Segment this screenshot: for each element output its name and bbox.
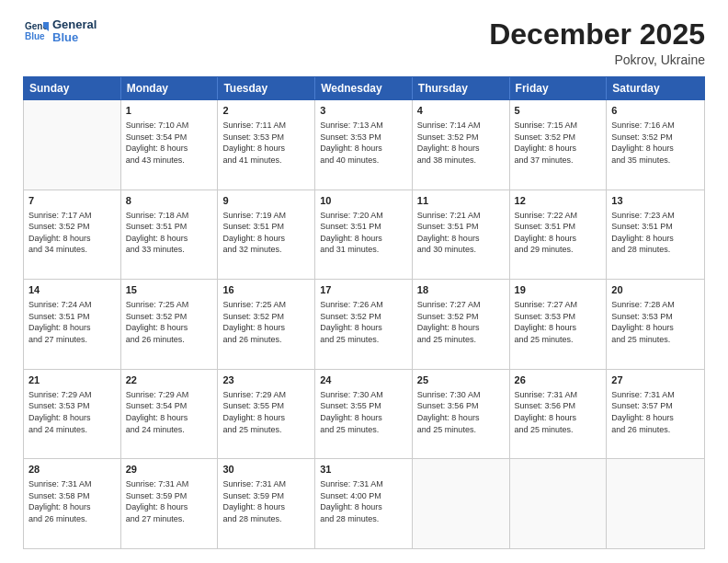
title-block: December 2025 Pokrov, Ukraine — [489, 18, 705, 67]
cell-info: Sunrise: 7:30 AMSunset: 3:56 PMDaylight:… — [417, 389, 505, 435]
cell-info: Sunrise: 7:23 AMSunset: 3:51 PMDaylight:… — [611, 210, 700, 256]
day-number: 30 — [222, 463, 310, 477]
day-number: 1 — [126, 104, 213, 118]
cell-info: Sunrise: 7:31 AMSunset: 3:58 PMDaylight:… — [28, 478, 116, 524]
cell-info: Sunrise: 7:10 AMSunset: 3:54 PMDaylight:… — [126, 120, 213, 166]
calendar-row: 7Sunrise: 7:17 AMSunset: 3:52 PMDaylight… — [24, 190, 704, 281]
cell-info: Sunrise: 7:25 AMSunset: 3:52 PMDaylight:… — [222, 299, 310, 345]
calendar-cell: 20Sunrise: 7:28 AMSunset: 3:53 PMDayligh… — [607, 280, 704, 369]
day-number: 20 — [611, 283, 700, 297]
cell-info: Sunrise: 7:28 AMSunset: 3:53 PMDaylight:… — [611, 299, 700, 345]
calendar-cell — [24, 100, 121, 190]
day-number: 29 — [126, 463, 213, 477]
calendar-row: 1Sunrise: 7:10 AMSunset: 3:54 PMDaylight… — [24, 100, 704, 190]
cell-info: Sunrise: 7:26 AMSunset: 3:52 PMDaylight:… — [320, 299, 407, 345]
cell-info: Sunrise: 7:24 AMSunset: 3:51 PMDaylight:… — [28, 299, 116, 345]
weekday-header: Thursday — [413, 77, 510, 99]
cell-info: Sunrise: 7:13 AMSunset: 3:53 PMDaylight:… — [320, 120, 407, 166]
cell-info: Sunrise: 7:31 AMSunset: 3:56 PMDaylight:… — [515, 389, 602, 435]
calendar-cell: 10Sunrise: 7:20 AMSunset: 3:51 PMDayligh… — [315, 190, 413, 280]
calendar-cell: 14Sunrise: 7:24 AMSunset: 3:51 PMDayligh… — [24, 280, 121, 369]
day-number: 7 — [28, 194, 116, 208]
day-number: 11 — [417, 194, 505, 208]
calendar-cell: 30Sunrise: 7:31 AMSunset: 3:59 PMDayligh… — [218, 459, 315, 548]
cell-info: Sunrise: 7:25 AMSunset: 3:52 PMDaylight:… — [126, 299, 213, 345]
cell-info: Sunrise: 7:17 AMSunset: 3:52 PMDaylight:… — [28, 210, 116, 256]
calendar-cell: 18Sunrise: 7:27 AMSunset: 3:52 PMDayligh… — [413, 280, 510, 369]
location: Pokrov, Ukraine — [489, 52, 705, 67]
day-number: 28 — [28, 463, 116, 477]
calendar-cell: 29Sunrise: 7:31 AMSunset: 3:59 PMDayligh… — [121, 459, 219, 548]
calendar-cell: 28Sunrise: 7:31 AMSunset: 3:58 PMDayligh… — [24, 459, 121, 548]
calendar-cell: 2Sunrise: 7:11 AMSunset: 3:53 PMDaylight… — [218, 100, 315, 190]
cell-info: Sunrise: 7:29 AMSunset: 3:54 PMDaylight:… — [126, 389, 213, 435]
calendar-cell — [607, 459, 704, 548]
calendar-row: 21Sunrise: 7:29 AMSunset: 3:53 PMDayligh… — [24, 370, 704, 460]
cell-info: Sunrise: 7:16 AMSunset: 3:52 PMDaylight:… — [611, 120, 700, 166]
cell-info: Sunrise: 7:22 AMSunset: 3:51 PMDaylight:… — [515, 210, 602, 256]
calendar-cell: 19Sunrise: 7:27 AMSunset: 3:53 PMDayligh… — [510, 280, 608, 369]
day-number: 18 — [417, 283, 505, 297]
day-number: 10 — [320, 194, 407, 208]
cell-info: Sunrise: 7:19 AMSunset: 3:51 PMDaylight:… — [222, 210, 310, 256]
calendar: SundayMondayTuesdayWednesdayThursdayFrid… — [23, 76, 705, 549]
calendar-cell: 1Sunrise: 7:10 AMSunset: 3:54 PMDaylight… — [121, 100, 219, 190]
day-number: 15 — [126, 283, 213, 297]
calendar-cell: 24Sunrise: 7:30 AMSunset: 3:55 PMDayligh… — [315, 370, 413, 459]
day-number: 17 — [320, 283, 407, 297]
day-number: 27 — [611, 373, 700, 387]
cell-info: Sunrise: 7:15 AMSunset: 3:52 PMDaylight:… — [515, 120, 602, 166]
logo-blue: Blue — [52, 31, 97, 44]
calendar-cell: 7Sunrise: 7:17 AMSunset: 3:52 PMDaylight… — [24, 190, 121, 280]
cell-info: Sunrise: 7:31 AMSunset: 3:57 PMDaylight:… — [611, 389, 700, 435]
weekday-header: Monday — [121, 77, 219, 99]
calendar-cell — [510, 459, 608, 548]
cell-info: Sunrise: 7:29 AMSunset: 3:53 PMDaylight:… — [28, 389, 116, 435]
day-number: 6 — [611, 104, 700, 118]
cell-info: Sunrise: 7:27 AMSunset: 3:52 PMDaylight:… — [417, 299, 505, 345]
day-number: 31 — [320, 463, 407, 477]
calendar-cell: 31Sunrise: 7:31 AMSunset: 4:00 PMDayligh… — [315, 459, 413, 548]
calendar-header: SundayMondayTuesdayWednesdayThursdayFrid… — [23, 76, 705, 100]
logo: General Blue General Blue — [23, 18, 97, 45]
day-number: 14 — [28, 283, 116, 297]
day-number: 26 — [515, 373, 602, 387]
svg-text:Blue: Blue — [25, 31, 45, 41]
day-number: 22 — [126, 373, 213, 387]
page: General Blue General Blue December 2025 … — [0, 0, 728, 563]
calendar-body: 1Sunrise: 7:10 AMSunset: 3:54 PMDaylight… — [23, 100, 705, 549]
calendar-cell: 22Sunrise: 7:29 AMSunset: 3:54 PMDayligh… — [121, 370, 219, 459]
calendar-cell: 5Sunrise: 7:15 AMSunset: 3:52 PMDaylight… — [510, 100, 608, 190]
calendar-cell: 4Sunrise: 7:14 AMSunset: 3:52 PMDaylight… — [413, 100, 510, 190]
calendar-row: 14Sunrise: 7:24 AMSunset: 3:51 PMDayligh… — [24, 280, 704, 370]
cell-info: Sunrise: 7:30 AMSunset: 3:55 PMDaylight:… — [320, 389, 407, 435]
calendar-cell: 15Sunrise: 7:25 AMSunset: 3:52 PMDayligh… — [121, 280, 219, 369]
day-number: 8 — [126, 194, 213, 208]
calendar-cell — [413, 459, 510, 548]
month-title: December 2025 — [489, 18, 705, 51]
day-number: 25 — [417, 373, 505, 387]
calendar-cell: 11Sunrise: 7:21 AMSunset: 3:51 PMDayligh… — [413, 190, 510, 280]
weekday-header: Sunday — [24, 77, 121, 99]
day-number: 23 — [222, 373, 310, 387]
day-number: 13 — [611, 194, 700, 208]
day-number: 3 — [320, 104, 407, 118]
day-number: 19 — [515, 283, 602, 297]
calendar-cell: 3Sunrise: 7:13 AMSunset: 3:53 PMDaylight… — [315, 100, 413, 190]
calendar-cell: 16Sunrise: 7:25 AMSunset: 3:52 PMDayligh… — [218, 280, 315, 369]
calendar-cell: 13Sunrise: 7:23 AMSunset: 3:51 PMDayligh… — [607, 190, 704, 280]
calendar-cell: 8Sunrise: 7:18 AMSunset: 3:51 PMDaylight… — [121, 190, 219, 280]
cell-info: Sunrise: 7:20 AMSunset: 3:51 PMDaylight:… — [320, 210, 407, 256]
header: General Blue General Blue December 2025 … — [23, 18, 705, 67]
calendar-cell: 26Sunrise: 7:31 AMSunset: 3:56 PMDayligh… — [510, 370, 608, 459]
calendar-cell: 17Sunrise: 7:26 AMSunset: 3:52 PMDayligh… — [315, 280, 413, 369]
calendar-cell: 23Sunrise: 7:29 AMSunset: 3:55 PMDayligh… — [218, 370, 315, 459]
cell-info: Sunrise: 7:21 AMSunset: 3:51 PMDaylight:… — [417, 210, 505, 256]
logo-general: General — [52, 18, 97, 31]
day-number: 2 — [222, 104, 310, 118]
day-number: 5 — [515, 104, 602, 118]
day-number: 9 — [222, 194, 310, 208]
cell-info: Sunrise: 7:11 AMSunset: 3:53 PMDaylight:… — [222, 120, 310, 166]
calendar-cell: 6Sunrise: 7:16 AMSunset: 3:52 PMDaylight… — [607, 100, 704, 190]
weekday-header: Saturday — [607, 77, 704, 99]
